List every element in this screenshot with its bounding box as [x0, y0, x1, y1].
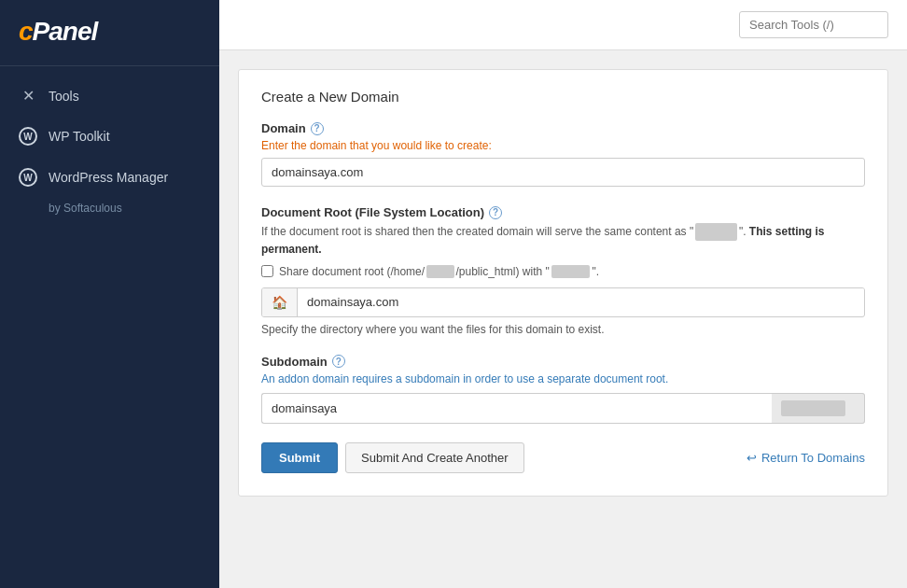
- submit-button[interactable]: Submit: [261, 442, 338, 473]
- blurred-subdomain-suffix: [781, 400, 845, 416]
- sidebar: cPanel ✕ Tools W WP Toolkit W WordPress …: [0, 0, 219, 588]
- return-icon: ↩: [747, 451, 757, 465]
- header: [219, 0, 907, 50]
- doc-root-input-row: 🏠: [261, 287, 865, 317]
- wordpress-manager-icon: W: [19, 168, 37, 187]
- button-row: Submit Submit And Create Another ↩ Retur…: [261, 442, 865, 473]
- share-doc-root-label[interactable]: Share document root (/home/ /public_html…: [279, 265, 599, 278]
- doc-root-section: Document Root (File System Location) ? I…: [261, 205, 865, 336]
- logo-c: c: [19, 17, 33, 46]
- logo-panel: Panel: [33, 17, 98, 46]
- sidebar-logo: cPanel: [0, 0, 219, 66]
- main-area: Create a New Domain Domain ? Enter the d…: [219, 0, 907, 588]
- content-area: Create a New Domain Domain ? Enter the d…: [219, 50, 907, 588]
- submit-and-create-another-button[interactable]: Submit And Create Another: [345, 442, 524, 473]
- subdomain-help-icon[interactable]: ?: [332, 355, 345, 368]
- return-to-domains-link[interactable]: ↩ Return To Domains: [747, 451, 865, 465]
- blurred-path: [426, 265, 454, 278]
- domain-label: Domain ?: [261, 121, 865, 135]
- domain-desc: Enter the domain that you would like to …: [261, 139, 865, 152]
- search-tools-input[interactable]: [739, 11, 888, 38]
- domain-help-icon[interactable]: ?: [311, 122, 324, 135]
- create-domain-form-card: Create a New Domain Domain ? Enter the d…: [238, 69, 888, 497]
- doc-root-hint: Specify the directory where you want the…: [261, 323, 865, 336]
- wp-toolkit-icon: W: [19, 127, 37, 146]
- domain-section: Domain ? Enter the domain that you would…: [261, 121, 865, 187]
- house-icon-prefix: 🏠: [262, 288, 298, 316]
- cpanel-logo: cPanel: [19, 17, 97, 46]
- subdomain-desc: An addon domain requires a subdomain in …: [261, 372, 865, 385]
- subdomain-label: Subdomain ?: [261, 355, 865, 369]
- return-to-domains-label: Return To Domains: [761, 451, 865, 465]
- sidebar-wp-manager-label: WordPress Manager: [49, 170, 168, 185]
- by-softaculous-label: by Softaculous: [0, 198, 219, 230]
- sidebar-wp-toolkit-label: WP Toolkit: [49, 129, 110, 144]
- blurred-domain-2: [551, 265, 591, 278]
- home-icon: 🏠: [272, 295, 287, 310]
- sidebar-tools-label: Tools: [49, 89, 79, 104]
- subdomain-section: Subdomain ? An addon domain requires a s…: [261, 355, 865, 424]
- form-title: Create a New Domain: [261, 89, 865, 105]
- doc-root-warning: If the document root is shared then the …: [261, 223, 865, 258]
- share-doc-root-checkbox[interactable]: [261, 265, 273, 277]
- doc-root-input[interactable]: [298, 288, 864, 315]
- share-doc-root-row: Share document root (/home/ /public_html…: [261, 265, 865, 278]
- subdomain-input[interactable]: [261, 393, 772, 424]
- blurred-domain-1: [695, 223, 737, 241]
- doc-root-help-icon[interactable]: ?: [489, 206, 502, 219]
- tools-icon: ✕: [19, 87, 37, 105]
- subdomain-input-row: [261, 393, 865, 424]
- doc-root-label: Document Root (File System Location) ?: [261, 205, 865, 219]
- sidebar-item-wordpress-manager[interactable]: W WordPress Manager: [0, 157, 219, 198]
- sidebar-navigation: ✕ Tools W WP Toolkit W WordPress Manager…: [0, 66, 219, 588]
- domain-input[interactable]: [261, 158, 865, 187]
- subdomain-suffix: [772, 393, 865, 424]
- sidebar-item-tools[interactable]: ✕ Tools: [0, 76, 219, 116]
- sidebar-item-wp-toolkit[interactable]: W WP Toolkit: [0, 116, 219, 157]
